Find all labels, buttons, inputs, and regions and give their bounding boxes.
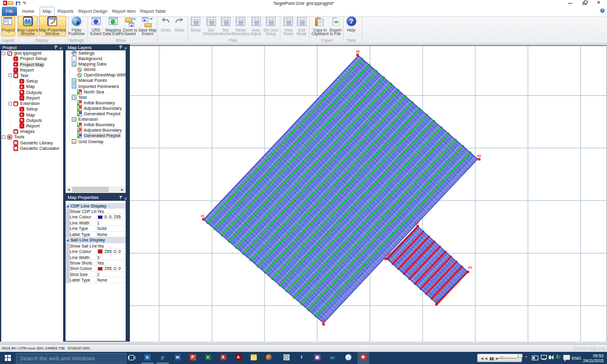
svg-text:#2: #2 (356, 50, 359, 53)
svg-text:#1: #1 (200, 214, 204, 218)
svg-text:#1: #1 (415, 221, 418, 224)
svg-text:#2: #2 (468, 266, 472, 269)
svg-text:#3: #3 (435, 298, 439, 302)
svg-text:#3: #3 (476, 154, 480, 158)
svg-text:#4: #4 (385, 253, 390, 257)
svg-text:#4: #4 (321, 318, 325, 322)
